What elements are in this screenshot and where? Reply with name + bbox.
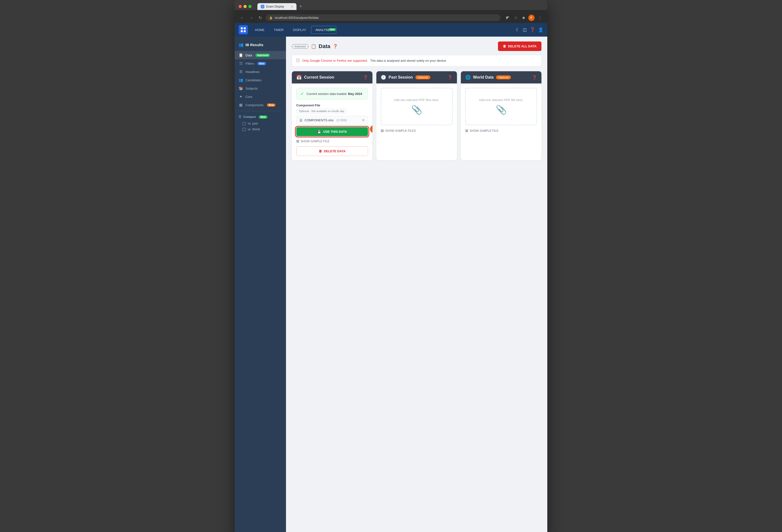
current-session-help-icon[interactable]: ❓ xyxy=(363,75,368,80)
past-show-sample-link[interactable]: 🖼 SHOW SAMPLE FILES xyxy=(381,128,453,134)
show-sample-link[interactable]: 🖼 SHOW SAMPLE FILE xyxy=(296,139,368,144)
info-banner: ⓘ Only Google Chrome or Firefox are supp… xyxy=(292,55,541,66)
menu-icon[interactable]: ⋮ xyxy=(537,14,543,21)
file-size: (0.2MB) xyxy=(336,119,347,122)
status-text-prefix: Current session data loaded: xyxy=(307,92,347,96)
sidebar-item-components[interactable]: ▦ Components Beta xyxy=(235,101,286,109)
sidebar: 👥 IB Results 📋 Data Improved ☷ Filters N… xyxy=(235,37,286,532)
lock-icon: 🔒 xyxy=(269,16,273,20)
forward-button[interactable]: → xyxy=(248,15,255,21)
current-session-body: ✓ Current session data loaded: May 2024 … xyxy=(292,83,372,160)
sidebar-item-core[interactable]: ✦ Core xyxy=(235,92,286,101)
past-session-header: 🕘 Past Session Optional ❓ xyxy=(376,71,457,83)
compare-icon: ☶ xyxy=(239,115,241,119)
file-icon: ☰ xyxy=(299,118,303,122)
sidebar-item-data[interactable]: 📋 Data Improved xyxy=(235,51,286,59)
filters-icon: ☷ xyxy=(239,61,243,66)
sidebar-item-filters[interactable]: ☷ Filters New xyxy=(235,59,286,68)
vs-past-label: vs. past xyxy=(248,122,258,125)
svg-rect-5 xyxy=(244,27,246,29)
candidates-icon: 👥 xyxy=(239,78,243,82)
current-session-header: 📅 Current Session ❓ xyxy=(292,71,372,83)
file-name: COMPONENTS.xlsx xyxy=(305,118,333,122)
past-session-body: Add two relevant PDF files here. 📎 🖼 SHO… xyxy=(376,83,457,138)
sidebar-item-headlines[interactable]: ☰ Headlines xyxy=(235,68,286,76)
compare-badge: New xyxy=(259,115,268,119)
nav-analyser-container: ANALYSER New xyxy=(311,28,336,32)
show-sample-text: SHOW SAMPLE FILE xyxy=(300,140,329,143)
status-row: ✓ Current session data loaded: May 2024 xyxy=(296,88,368,100)
use-data-button[interactable]: 💾 USE THIS DATA xyxy=(296,127,368,136)
world-data-title-row: 🌐 World Data Optional xyxy=(465,75,511,80)
world-data-help-icon[interactable]: ❓ xyxy=(532,75,537,80)
world-data-dropzone[interactable]: Add one relevant PDF file here. 📎 xyxy=(465,88,537,125)
page-help-icon[interactable]: ❓ xyxy=(333,44,338,48)
past-session-title-row: 🕘 Past Session Optional xyxy=(381,75,430,80)
display-icon[interactable]: ◫ xyxy=(523,27,527,33)
new-tab-button[interactable]: + xyxy=(297,3,304,10)
use-data-container: 💾 USE THIS DATA 2 xyxy=(296,127,368,139)
address-bar[interactable]: 🔒 localhost:3003/analyser/ib/data xyxy=(266,14,500,21)
browser-tabs: Exam Display × + xyxy=(257,3,304,10)
active-tab[interactable]: Exam Display × xyxy=(257,3,296,10)
world-data-card: 🌐 World Data Optional ❓ Add one relevant… xyxy=(461,71,541,160)
close-traffic-light[interactable] xyxy=(239,5,242,8)
past-session-dropzone-text: Add two relevant PDF files here. xyxy=(394,98,439,102)
sidebar-item-core-label: Core xyxy=(245,95,252,99)
sidebar-header: 👥 IB Results xyxy=(235,40,286,51)
improved-badge: Improved xyxy=(292,44,309,48)
tab-close-button[interactable]: × xyxy=(291,5,293,8)
past-session-dropzone[interactable]: Add two relevant PDF files here. 📎 xyxy=(381,88,453,125)
info-icon: ⓘ xyxy=(296,58,300,63)
compare-vs-past[interactable]: vs. past xyxy=(235,120,286,126)
sidebar-item-subjects[interactable]: 📚 Subjects xyxy=(235,84,286,92)
account-icon[interactable]: 👤 xyxy=(538,27,543,33)
svg-rect-1 xyxy=(263,6,263,6)
extension-icon[interactable]: ■ xyxy=(521,15,526,21)
past-session-help-icon[interactable]: ❓ xyxy=(448,75,453,80)
page-title-row: Improved 📋 Data ❓ xyxy=(292,43,338,49)
nav-display[interactable]: DISPLAY xyxy=(289,26,310,34)
sessions-grid: 📅 Current Session ❓ ✓ Current session da… xyxy=(292,71,541,160)
status-date: May 2024 xyxy=(348,92,362,96)
moon-icon[interactable]: ☾ xyxy=(516,27,520,33)
world-show-sample-link[interactable]: 🖼 SHOW SAMPLE FILE xyxy=(465,128,537,134)
sidebar-item-candidates[interactable]: 👥 Candidates xyxy=(235,76,286,84)
bookmark-icon[interactable]: ☆ xyxy=(512,14,519,21)
back-button[interactable]: ← xyxy=(239,15,245,21)
component-file-section: Component File Optional - Not available … xyxy=(296,104,368,156)
page-title: Data xyxy=(319,43,330,49)
app-navbar: HOME TIMER DISPLAY ANALYSER New ☾ ◫ ❓ 👤 xyxy=(235,23,547,37)
browser-action-buttons: ◤ ☆ ■ F ⋮ xyxy=(505,14,543,21)
reload-button[interactable]: ↻ xyxy=(257,14,263,21)
status-text: Current session data loaded: May 2024 xyxy=(307,92,362,96)
delete-all-label: DELETE ALL DATA xyxy=(508,44,537,48)
world-data-body: Add one relevant PDF file here. 📎 🖼 SHOW… xyxy=(461,83,541,138)
compare-vs-world[interactable]: vs. World xyxy=(235,126,286,132)
paperclip-icon: 📎 xyxy=(411,105,422,115)
sidebar-header-icon: 👥 xyxy=(239,42,244,47)
help-icon[interactable]: ❓ xyxy=(530,27,535,33)
vs-past-checkbox[interactable] xyxy=(243,122,246,125)
user-avatar[interactable]: F xyxy=(528,15,535,21)
clock-icon: 🕘 xyxy=(381,75,386,80)
minimize-traffic-light[interactable] xyxy=(244,5,247,8)
file-remove-button[interactable]: ✕ xyxy=(362,118,365,122)
nav-home[interactable]: HOME xyxy=(251,26,269,34)
current-session-card: 📅 Current Session ❓ ✓ Current session da… xyxy=(292,71,372,160)
vs-world-checkbox[interactable] xyxy=(243,128,246,131)
filters-badge: New xyxy=(257,62,266,65)
components-badge: Beta xyxy=(267,104,276,107)
paperclip-icon-world: 📎 xyxy=(496,105,507,115)
svg-rect-0 xyxy=(261,6,262,6)
maximize-traffic-light[interactable] xyxy=(248,5,252,8)
component-file-label: Component File xyxy=(296,104,368,107)
nav-timer[interactable]: TIMER xyxy=(270,26,288,34)
data-page-icon: 📋 xyxy=(311,44,316,49)
screenshot-icon[interactable]: ◤ xyxy=(505,14,511,21)
world-data-optional-badge: Optional xyxy=(496,75,511,79)
compare-label: Compare xyxy=(243,115,256,119)
delete-data-button[interactable]: 🗑 DELETE DATA xyxy=(296,146,368,156)
address-text: localhost:3003/analyser/ib/data xyxy=(275,16,318,20)
delete-all-button[interactable]: 🗑 DELETE ALL DATA xyxy=(498,41,541,51)
